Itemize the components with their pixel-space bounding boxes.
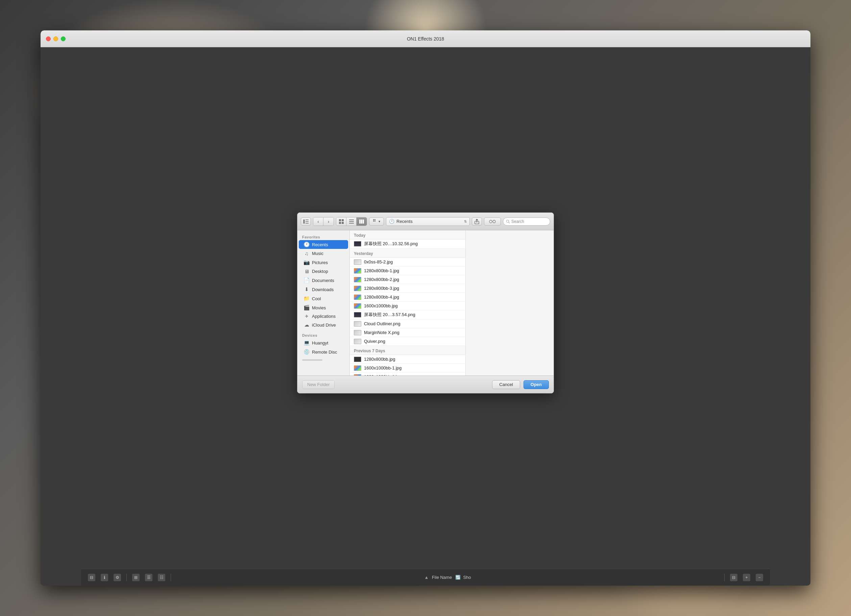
file-thumbnail: [354, 294, 361, 300]
sidebar-item-recents[interactable]: 🕐 Recents: [299, 240, 348, 249]
file-name: 1280x800bb-4.jpg: [364, 294, 399, 300]
search-box[interactable]: Search: [503, 217, 550, 226]
sidebar-toggle-button[interactable]: [301, 217, 311, 226]
huangyt-icon: 💻: [304, 340, 310, 346]
bottom-settings-icon[interactable]: ⚙: [114, 574, 121, 581]
sidebar-item-remote-disc[interactable]: 💿 Remote Disc: [299, 348, 348, 356]
file-item[interactable]: Quiver.png: [350, 337, 465, 346]
file-open-dialog: ‹ ›: [297, 213, 554, 393]
title-bar: ON1 Effects 2018: [41, 30, 810, 47]
bottom-zoom-out-icon[interactable]: −: [756, 574, 763, 581]
view-icon-button[interactable]: [336, 217, 346, 226]
sidebar-item-downloads[interactable]: ⬇ Downloads: [299, 285, 348, 294]
bottom-grid-icon[interactable]: ⊞: [132, 574, 140, 581]
file-item[interactable]: 屏幕快照 20…10.32.56.png: [350, 240, 465, 249]
view-list-button[interactable]: [346, 217, 356, 226]
favorites-section-title: Favorites: [298, 234, 349, 240]
filename-display: File Name: [432, 575, 452, 580]
bottom-detail-icon[interactable]: ☷: [158, 574, 165, 581]
file-item[interactable]: 屏幕快照 20…3.57.54.png: [350, 310, 465, 319]
file-name: 1600x1000bb-1.jpg: [364, 366, 401, 370]
file-name: 1280x800bb-2.jpg: [364, 277, 399, 282]
bottom-separator-1: [126, 574, 127, 581]
sidebar-item-cool[interactable]: 📁 Cool: [299, 294, 348, 303]
file-thumbnail: [354, 321, 361, 327]
file-thumbnail: [354, 357, 361, 362]
bottom-zoom-in-icon[interactable]: +: [743, 574, 750, 581]
location-label: Recents: [397, 219, 413, 224]
bottom-info-icon[interactable]: ℹ: [101, 574, 108, 581]
recents-icon: 🕐: [304, 241, 310, 247]
file-item[interactable]: 1280x800bb-4.jpg: [350, 293, 465, 301]
app-window: ON1 Effects 2018 ‹ ›: [41, 30, 810, 586]
file-item[interactable]: 1280x800bb.jpg: [350, 355, 465, 364]
file-item[interactable]: Cloud Outliner.png: [350, 319, 465, 328]
file-thumbnail: [354, 277, 361, 282]
bottom-separator-3: [724, 574, 725, 581]
file-name: 1600x1000bb-1.jpg: [364, 374, 401, 376]
sidebar-item-documents[interactable]: 📄 Documents: [299, 276, 348, 285]
sidebar-item-movies[interactable]: 🎬 Movies: [299, 303, 348, 312]
file-item[interactable]: MarginNote X.png: [350, 328, 465, 337]
svg-rect-8: [349, 219, 354, 220]
maximize-button[interactable]: [61, 36, 66, 41]
close-button[interactable]: [46, 36, 51, 41]
sidebar-item-huangyt[interactable]: 💻 Huangyt: [299, 339, 348, 347]
svg-rect-0: [303, 219, 305, 223]
cool-icon: 📁: [304, 295, 310, 301]
svg-rect-16: [373, 220, 374, 222]
section-header-prev7days: Previous 7 Days: [350, 346, 465, 355]
bottom-list-icon[interactable]: ☰: [145, 574, 152, 581]
pictures-icon: 📷: [304, 259, 310, 265]
file-thumbnail: [354, 241, 361, 247]
file-item[interactable]: 1280x800bb-3.jpg: [350, 284, 465, 293]
tag-button[interactable]: [484, 217, 501, 226]
icloud-icon: ☁: [304, 322, 310, 328]
file-list-area[interactable]: Today 屏幕快照 20…10.32.56.png Yesterday 0x0…: [350, 230, 466, 376]
file-thumbnail: [354, 339, 361, 344]
sidebar-label-desktop: Desktop: [312, 269, 328, 274]
minimize-button[interactable]: [53, 36, 58, 41]
bottom-panel-icon[interactable]: ⊟: [730, 574, 737, 581]
file-item[interactable]: 1280x800bb-1.jpg: [350, 267, 465, 275]
dialog-body: Favorites 🕐 Recents ♫ Music 📷 Pictures: [298, 230, 553, 376]
file-thumbnail: [354, 374, 361, 376]
svg-point-19: [489, 220, 492, 223]
sidebar-item-desktop[interactable]: 🖥 Desktop: [299, 267, 348, 276]
view-column-button[interactable]: [356, 217, 367, 226]
file-thumbnail: [354, 268, 361, 274]
svg-rect-10: [349, 223, 354, 223]
back-button[interactable]: ‹: [313, 217, 323, 226]
location-dropdown[interactable]: 🕐 Recents ⇅: [386, 217, 470, 226]
sidebar-label-remote-disc: Remote Disc: [312, 349, 337, 355]
file-item[interactable]: 1600x1000bb-1.jpg: [350, 373, 465, 376]
forward-button[interactable]: ›: [323, 217, 334, 226]
cancel-button[interactable]: Cancel: [492, 380, 520, 389]
svg-rect-9: [349, 221, 354, 222]
sidebar-item-applications[interactable]: ✈ Applications: [299, 312, 348, 320]
share-button[interactable]: [472, 217, 482, 226]
file-item[interactable]: 0x0ss-85-2.jpg: [350, 258, 465, 267]
file-thumbnail: [354, 366, 361, 371]
file-item[interactable]: 1600x1000bb.jpg: [350, 301, 465, 310]
sidebar-item-music[interactable]: ♫ Music: [299, 249, 348, 258]
sidebar-item-pictures[interactable]: 📷 Pictures: [299, 258, 348, 267]
sidebar-label-icloud: iCloud Drive: [312, 322, 336, 328]
documents-icon: 📄: [304, 277, 310, 283]
svg-rect-12: [361, 219, 362, 223]
sidebar-label-documents: Documents: [312, 278, 334, 283]
new-folder-button[interactable]: New Folder: [302, 380, 335, 389]
file-name: 屏幕快照 20…3.57.54.png: [364, 312, 415, 318]
open-button[interactable]: Open: [523, 380, 549, 389]
svg-rect-15: [374, 219, 376, 220]
file-item[interactable]: 1600x1000bb-1.jpg: [350, 364, 465, 373]
bottom-toggle-icon[interactable]: ⊟: [88, 574, 95, 581]
file-name: 1280x800bb.jpg: [364, 357, 395, 362]
file-item[interactable]: 1280x800bb-2.jpg: [350, 275, 465, 284]
sidebar-label-huangyt: Huangyt: [312, 340, 328, 345]
sidebar-item-icloud[interactable]: ☁ iCloud Drive: [299, 321, 348, 329]
file-name: 屏幕快照 20…10.32.56.png: [364, 241, 418, 247]
group-view-button[interactable]: ▾: [369, 217, 384, 226]
svg-point-20: [493, 220, 495, 223]
svg-rect-2: [305, 221, 308, 222]
